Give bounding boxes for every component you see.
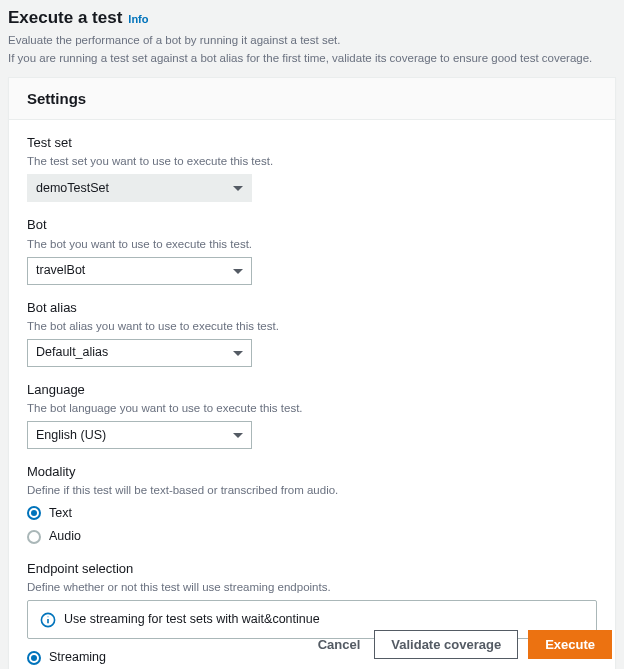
footer-actions: Cancel Validate coverage Execute — [314, 630, 612, 659]
endpoint-label: Endpoint selection — [27, 560, 597, 578]
language-help: The bot language you want to use to exec… — [27, 400, 597, 416]
modality-text-label[interactable]: Text — [49, 505, 72, 523]
alias-help: The bot alias you want to use to execute… — [27, 318, 597, 334]
settings-panel-title: Settings — [9, 78, 615, 120]
alias-select[interactable]: Default_alias — [27, 339, 252, 367]
bot-value: travelBot — [36, 262, 85, 280]
chevron-down-icon — [233, 351, 243, 356]
testset-value: demoTestSet — [36, 180, 109, 198]
chevron-down-icon — [233, 433, 243, 438]
field-bot: Bot The bot you want to use to execute t… — [27, 216, 597, 284]
modality-audio-radio[interactable] — [27, 530, 41, 544]
svg-point-2 — [48, 616, 49, 617]
page-description-line2: If you are running a test set against a … — [8, 50, 616, 67]
validate-coverage-button[interactable]: Validate coverage — [374, 630, 518, 659]
field-language: Language The bot language you want to us… — [27, 381, 597, 449]
modality-help: Define if this test will be text-based o… — [27, 482, 597, 498]
bot-label: Bot — [27, 216, 597, 234]
language-value: English (US) — [36, 427, 106, 445]
testset-select: demoTestSet — [27, 174, 252, 202]
modality-text-radio[interactable] — [27, 506, 41, 520]
field-modality: Modality Define if this test will be tex… — [27, 463, 597, 545]
endpoint-infobox-text: Use streaming for test sets with wait&co… — [64, 611, 320, 629]
testset-help: The test set you want to use to execute … — [27, 153, 597, 169]
endpoint-streaming-label[interactable]: Streaming — [49, 649, 106, 667]
endpoint-help: Define whether or not this test will use… — [27, 579, 597, 595]
bot-select[interactable]: travelBot — [27, 257, 252, 285]
execute-button[interactable]: Execute — [528, 630, 612, 659]
field-testset: Test set The test set you want to use to… — [27, 134, 597, 202]
language-label: Language — [27, 381, 597, 399]
modality-label: Modality — [27, 463, 597, 481]
info-icon — [40, 612, 56, 628]
chevron-down-icon — [233, 186, 243, 191]
modality-audio-label[interactable]: Audio — [49, 528, 81, 546]
endpoint-streaming-radio[interactable] — [27, 651, 41, 665]
chevron-down-icon — [233, 269, 243, 274]
alias-value: Default_alias — [36, 344, 108, 362]
language-select[interactable]: English (US) — [27, 421, 252, 449]
field-alias: Bot alias The bot alias you want to use … — [27, 299, 597, 367]
settings-panel: Settings Test set The test set you want … — [8, 77, 616, 669]
page-description-line1: Evaluate the performance of a bot by run… — [8, 32, 616, 49]
bot-help: The bot you want to use to execute this … — [27, 236, 597, 252]
info-link[interactable]: Info — [128, 12, 148, 27]
page-title: Execute a test — [8, 6, 122, 30]
alias-label: Bot alias — [27, 299, 597, 317]
cancel-button[interactable]: Cancel — [314, 631, 365, 658]
testset-label: Test set — [27, 134, 597, 152]
